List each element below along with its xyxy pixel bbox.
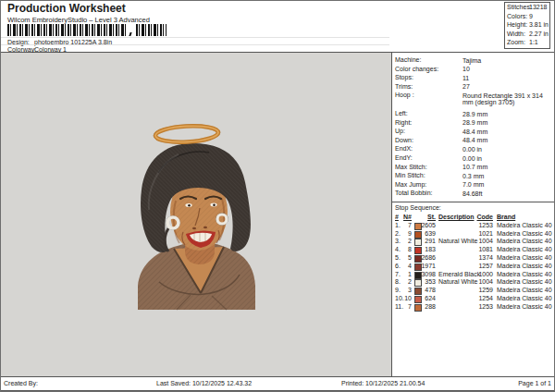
- thread-brand: Madeira Classic 40: [497, 278, 552, 285]
- machine-info-panel: Machine:TajimaColor changes:10Stops:11Tr…: [392, 53, 554, 376]
- machine-info-row: Up:48.4 mm: [392, 128, 554, 137]
- stat-label: Stitches:: [507, 4, 532, 10]
- col-header-num: #: [395, 214, 399, 220]
- machine-info-value: 11: [462, 74, 552, 81]
- needle-num: 4: [400, 263, 412, 269]
- stop-sequence-row: 6.419711257Madeira Classic 40: [392, 263, 554, 271]
- stitch-count: 183: [420, 246, 436, 252]
- machine-info-row: Max Jump:7.0 mm: [392, 181, 554, 190]
- machine-info-row: Min Stitch:0.3 mm: [392, 172, 554, 181]
- stat-row: Height:3.81 in: [505, 20, 549, 30]
- machine-info-value: 10: [462, 66, 552, 73]
- machine-info-label: Max Jump:: [395, 181, 426, 188]
- stitch-count: 624: [420, 295, 436, 301]
- machine-info-value: 7.0 mm: [462, 181, 552, 189]
- stitch-count: 1971: [420, 263, 436, 269]
- thread-code: 1259: [472, 287, 493, 293]
- machine-info-value: Tajima: [462, 56, 552, 64]
- machine-info-label: Down:: [395, 137, 413, 143]
- needle-num: 1: [400, 271, 412, 277]
- barcode-image: [7, 24, 166, 36]
- stitch-count: 291: [420, 238, 436, 244]
- thread-brand: Madeira Classic 40: [497, 222, 552, 228]
- needle-num: 9: [400, 230, 412, 237]
- page-number: Page 1 of 1: [518, 380, 551, 386]
- thread-code: 1004: [472, 238, 493, 244]
- colorway-label: Colorway:: [7, 46, 36, 53]
- printed-text: Printed: 10/12/2025 21.00.54: [341, 380, 425, 386]
- stat-row: Width:2.27 in: [505, 30, 549, 39]
- thread-brand: Madeira Classic 40: [497, 295, 552, 301]
- thread-code: 1000: [472, 271, 493, 277]
- machine-info-row: Right:28.9 mm: [392, 119, 554, 129]
- col-header-stitches: St.: [420, 214, 436, 220]
- machine-info-value: 48.4 mm: [462, 137, 552, 144]
- stop-sequence-row: 3.2291Natural White1004Madeira Classic 4…: [392, 238, 554, 246]
- machine-info-row: Trims:27: [392, 83, 554, 92]
- embroidery-portrait: [1, 53, 391, 376]
- stop-sequence-row: 4.81831081Madeira Classic 40: [392, 246, 554, 254]
- machine-info-value: 0.3 mm: [462, 172, 552, 179]
- page-title: Production Worksheet: [7, 2, 126, 15]
- stop-sequence-row: 9.34781259Madeira Classic 40: [392, 287, 554, 295]
- stitch-count: 353: [420, 278, 436, 285]
- machine-info-row: Machine:Tajima: [392, 56, 554, 66]
- machine-info-value: 10.7 mm: [462, 164, 552, 171]
- machine-info-label: Total Bobbin:: [395, 190, 432, 196]
- machine-info-label: Hoop :: [395, 92, 414, 98]
- thread-brand: Madeira Classic 40: [497, 254, 552, 261]
- machine-info-value: 28.9 mm: [462, 119, 552, 127]
- needle-num: 3: [400, 287, 412, 293]
- stop-sequence-title: Stop Sequence:: [395, 204, 554, 214]
- thread-brand: Madeira Classic 40: [497, 271, 552, 277]
- machine-info-value: 48.4 mm: [462, 128, 552, 135]
- thread-code: 1021: [472, 230, 493, 237]
- needle-num: 2: [400, 278, 412, 285]
- machine-info-label: Left:: [395, 110, 408, 116]
- stop-sequence-row: 5.526861374Madeira Classic 40: [392, 254, 554, 263]
- thread-code: 1254: [472, 295, 493, 301]
- stat-row: Colors:9: [505, 12, 549, 21]
- stat-row: Stitches:13218: [505, 3, 549, 12]
- production-worksheet-page: Production Worksheet Wilcom EmbroiderySt…: [0, 0, 555, 392]
- stat-label: Width:: [507, 31, 525, 37]
- barcode-segment: [136, 24, 166, 36]
- stat-row: Zoom:1:1: [505, 38, 549, 47]
- needle-num: 7: [400, 222, 412, 228]
- needle-num: 5: [400, 254, 412, 261]
- stitch-count: 2605: [420, 222, 436, 228]
- machine-info-row: Stops:11: [392, 74, 554, 83]
- col-header-code: Code: [472, 214, 493, 220]
- barcode-comma: [129, 32, 131, 36]
- stat-label: Zoom:: [507, 39, 525, 45]
- machine-info-row: Down:48.4 mm: [392, 137, 554, 146]
- created-by-label: Created By:: [4, 380, 38, 386]
- machine-info-label: Min Stitch:: [395, 172, 426, 178]
- stop-sequence-header: # N# St. Description Code Brand: [392, 214, 554, 222]
- machine-info-list: Machine:TajimaColor changes:10Stops:11Tr…: [392, 53, 554, 199]
- colorway-row: Colorway: Colorway 1: [1, 44, 389, 53]
- thread-brand: Madeira Classic 40: [497, 303, 552, 310]
- worksheet-footer: Created By: Last Saved: 10/12/2025 12.43…: [1, 376, 554, 391]
- thread-code: 1253: [472, 303, 493, 310]
- thread-code: 1257: [472, 263, 493, 269]
- thread-brand: Madeira Classic 40: [497, 287, 552, 293]
- machine-info-row: Color changes:10: [392, 66, 554, 75]
- machine-info-label: Trims:: [395, 83, 413, 90]
- stitch-count: 478: [420, 287, 436, 293]
- software-subtitle: Wilcom EmbroideryStudio – Level 3 Advanc…: [7, 16, 150, 24]
- col-header-brand: Brand: [497, 214, 515, 220]
- halo: [154, 123, 221, 145]
- needle-num: 7: [400, 303, 412, 310]
- needle-num: 10: [400, 295, 412, 301]
- needle-num: 8: [400, 246, 412, 252]
- machine-info-label: Right:: [395, 119, 412, 126]
- thread-brand: Madeira Classic 40: [497, 246, 552, 252]
- design-canvas: [1, 53, 392, 376]
- stitch-count: 3098: [420, 271, 436, 277]
- machine-info-row: Total Bobbin:84.68ft: [392, 190, 554, 199]
- col-header-needle: N#: [400, 214, 412, 220]
- machine-info-label: Stops:: [395, 74, 413, 80]
- machine-info-label: Color changes:: [395, 66, 438, 72]
- machine-info-value: 84.68ft: [462, 190, 552, 197]
